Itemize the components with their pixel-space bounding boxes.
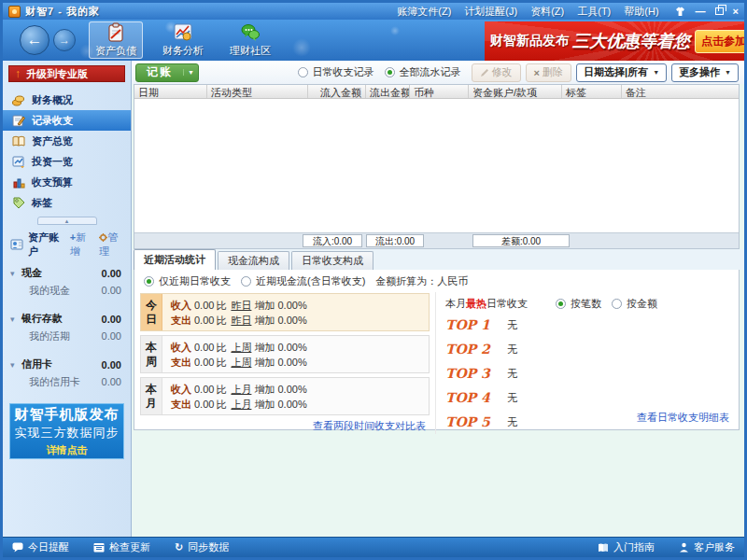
radio-daily-only-label[interactable]: 仅近期日常收支: [159, 274, 231, 288]
delete-button-label: 删除: [543, 65, 563, 79]
radio-by-count[interactable]: [556, 299, 566, 309]
sidebar-item-overview[interactable]: 财务概况: [3, 90, 131, 110]
promo-banner-text: 财智新品发布: [490, 33, 569, 49]
modify-button[interactable]: 修改: [472, 63, 521, 82]
toolbar-item-financial-analysis[interactable]: 财务分析: [156, 21, 210, 59]
skin-icon[interactable]: [674, 7, 686, 17]
radio-by-amount-label[interactable]: 按金额: [627, 297, 657, 311]
customer-service-button[interactable]: 客户服务: [679, 540, 735, 554]
gear-icon: [99, 233, 107, 242]
menu-item-tools[interactable]: 工具(T): [577, 5, 611, 19]
menu-item-data[interactable]: 资料(Z): [530, 5, 564, 19]
daily-detail-link[interactable]: 查看日常收支明细表: [637, 411, 729, 425]
tab-recent-activity[interactable]: 近期活动统计: [134, 249, 216, 270]
account-balance: 0.00: [102, 268, 121, 279]
sidebar-item-budget[interactable]: 收支预算: [3, 172, 131, 192]
ref-period-link[interactable]: 上月: [231, 399, 251, 410]
more-actions-dropdown[interactable]: 更多操作 ▼: [671, 63, 739, 82]
radio-all-records-label[interactable]: 全部流水记录: [400, 65, 461, 79]
back-arrow-icon: ←: [27, 31, 43, 49]
mobile-promo-box[interactable]: 财智手机版发布 实现三方数据同步 详情点击: [9, 403, 124, 459]
promo-banner[interactable]: 财智新品发布 三大优惠等着您 点击参加: [485, 21, 744, 61]
column-header-date[interactable]: 日期: [134, 85, 207, 98]
sidebar-item-assets[interactable]: 资产总览: [3, 131, 131, 151]
period-block-week: 本周 收入0.00比上周增加 0.00% 支出0.00比上周增加 0.00%: [140, 335, 430, 373]
menu-item-account-file[interactable]: 账簿文件(Z): [397, 5, 451, 19]
sidebar-collapse-tab[interactable]: ▴: [37, 217, 97, 225]
forward-button[interactable]: →: [53, 29, 76, 51]
tab-cashflow-composition[interactable]: 现金流构成: [218, 251, 289, 270]
stat-row: 支出0.00比昨日增加 0.00%: [171, 313, 429, 328]
dropdown-arrow-icon[interactable]: ▼: [183, 69, 198, 76]
upgrade-pro-button[interactable]: ↑ 升级到专业版: [8, 65, 125, 82]
radio-cashflow-incl-label[interactable]: 近期现金流(含日常收支): [256, 274, 365, 288]
column-header-outflow[interactable]: 流出金额: [366, 85, 410, 98]
restore-button[interactable]: [715, 7, 724, 15]
radio-daily-records[interactable]: [298, 67, 308, 77]
toolbar-item-balance-sheet[interactable]: 资产负债: [89, 21, 143, 59]
radio-all-records[interactable]: [385, 67, 395, 77]
close-button[interactable]: ×: [733, 7, 739, 17]
promo-details-link[interactable]: 详情点击: [47, 443, 88, 457]
subaccount-name: 我的信用卡: [29, 375, 80, 389]
chevron-down-icon[interactable]: ▾: [10, 269, 21, 278]
ref-period-link[interactable]: 上月: [231, 384, 251, 395]
promo-join-button[interactable]: 点击参加: [695, 30, 744, 53]
delete-button[interactable]: × 删除: [526, 63, 571, 82]
toolbar-item-community[interactable]: 理财社区: [223, 21, 277, 59]
today-reminders-button[interactable]: 今日提醒: [12, 540, 69, 554]
chevron-down-icon[interactable]: ▾: [10, 315, 21, 324]
chart-icon: [173, 22, 193, 43]
account-subrow[interactable]: 我的信用卡 0.00: [3, 373, 131, 390]
add-account-button[interactable]: +新增: [70, 231, 93, 259]
subaccount-name: 我的现金: [29, 284, 70, 298]
radio-daily-records-label[interactable]: 日常收支记录: [313, 65, 374, 79]
account-row[interactable]: ▾ 现金 0.00: [3, 264, 131, 282]
account-subrow[interactable]: 我的活期 0.00: [3, 328, 131, 344]
radio-by-count-label[interactable]: 按笔数: [571, 297, 601, 311]
date-filter-dropdown[interactable]: 日期选择|所有 ▼: [576, 63, 667, 82]
customer-service-label: 客户服务: [694, 540, 735, 554]
sidebar-item-record[interactable]: 记录收支: [3, 110, 131, 131]
column-header-notes[interactable]: 备注: [622, 85, 739, 98]
account-subrow[interactable]: 我的现金 0.00: [3, 282, 131, 299]
record-transaction-button[interactable]: 记账 ▼: [135, 63, 199, 82]
manage-accounts-button[interactable]: 管理: [99, 231, 125, 259]
speech-bubble-icon: [12, 542, 23, 553]
chevron-down-icon[interactable]: ▾: [10, 360, 21, 370]
radio-daily-only[interactable]: [144, 276, 154, 287]
subaccount-balance: 0.00: [102, 330, 121, 342]
table-body-empty[interactable]: [134, 99, 739, 232]
column-header-activity-type[interactable]: 活动类型: [207, 85, 308, 98]
ref-period-link[interactable]: 昨日: [231, 300, 251, 311]
check-updates-button[interactable]: 检查更新: [93, 540, 150, 554]
column-header-account[interactable]: 资金账户/款项: [469, 85, 562, 98]
column-header-tags[interactable]: 标签: [562, 85, 622, 98]
getting-started-button[interactable]: 入门指南: [598, 540, 655, 554]
stat-row: 收入0.00比上月增加 0.00%: [171, 382, 429, 397]
window-title: 财智7 - 我的家: [25, 5, 100, 19]
account-row[interactable]: ▾ 银行存款 0.00: [3, 310, 131, 328]
menu-item-help[interactable]: 帮助(H): [624, 5, 658, 19]
column-header-inflow[interactable]: 流入金额: [308, 85, 366, 98]
back-button[interactable]: ←: [20, 25, 49, 55]
sync-data-button[interactable]: ↻ 同步数据: [175, 540, 229, 554]
ref-period-link[interactable]: 上周: [231, 342, 251, 353]
top-item: TOP 3无: [445, 361, 731, 385]
radio-cashflow-incl[interactable]: [241, 276, 251, 287]
compare-periods-link[interactable]: 查看两段时间收支对比表: [134, 419, 435, 433]
sidebar-item-tags[interactable]: 标签: [3, 192, 131, 213]
ref-period-link[interactable]: 昨日: [231, 315, 251, 326]
sidebar-item-investments[interactable]: 投资一览: [3, 151, 131, 172]
column-header-currency[interactable]: 币种: [410, 85, 469, 98]
tab-daily-composition[interactable]: 日常收支构成: [291, 251, 374, 270]
top-item: TOP 2无: [445, 337, 731, 361]
menu-item-plan-reminder[interactable]: 计划提醒(J): [464, 5, 517, 19]
account-row[interactable]: ▾ 信用卡 0.00: [3, 356, 131, 373]
ref-period-link[interactable]: 上周: [231, 357, 251, 368]
sync-data-label: 同步数据: [188, 540, 229, 554]
minimize-button[interactable]: —: [696, 7, 706, 17]
promo-line2: 实现三方数据同步: [15, 425, 120, 441]
subaccount-balance: 0.00: [102, 285, 121, 296]
radio-by-amount[interactable]: [612, 299, 622, 309]
